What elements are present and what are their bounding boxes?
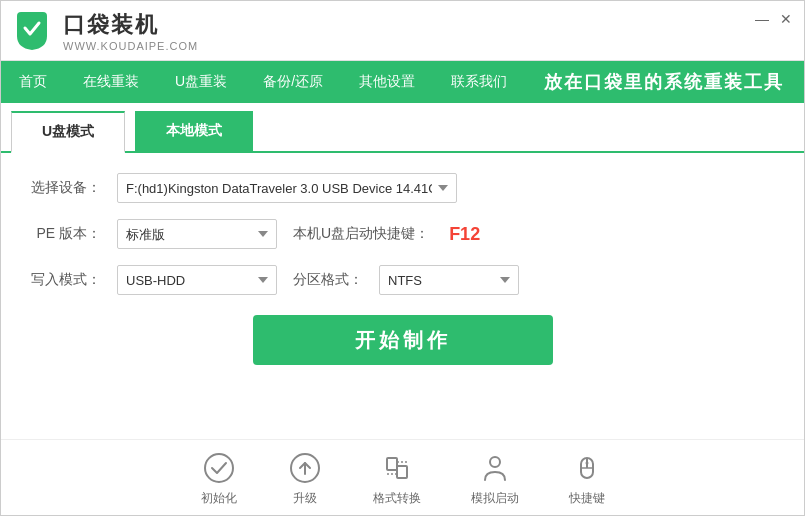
shortcut-key: F12 xyxy=(449,224,480,245)
start-btn-area: 开始制作 xyxy=(31,315,774,365)
svg-point-8 xyxy=(585,462,588,465)
tool-simulate[interactable]: 模拟启动 xyxy=(471,450,519,507)
nav-item-settings[interactable]: 其他设置 xyxy=(341,61,433,103)
nav-item-online[interactable]: 在线重装 xyxy=(65,61,157,103)
partition-label: 分区格式： xyxy=(293,271,363,289)
tool-upgrade[interactable]: 升级 xyxy=(287,450,323,507)
tool-format-label: 格式转换 xyxy=(373,490,421,507)
write-row: 写入模式： USB-HDD 分区格式： NTFS xyxy=(31,265,774,295)
tabs-area: U盘模式 本地模式 xyxy=(1,103,804,153)
close-button[interactable]: ✕ xyxy=(778,11,794,27)
svg-rect-2 xyxy=(387,458,397,470)
window-controls: — ✕ xyxy=(754,11,794,27)
nav-item-usb[interactable]: U盘重装 xyxy=(157,61,245,103)
nav-items: 首页 在线重装 U盘重装 备份/还原 其他设置 联系我们 xyxy=(1,61,525,103)
minimize-button[interactable]: — xyxy=(754,11,770,27)
partition-select[interactable]: NTFS xyxy=(379,265,519,295)
write-select[interactable]: USB-HDD xyxy=(117,265,277,295)
tool-initialize-label: 初始化 xyxy=(201,490,237,507)
person-icon xyxy=(477,450,513,486)
title-bar: 口袋装机 WWW.KOUDAIPE.COM — ✕ xyxy=(1,1,804,61)
app-title: 口袋装机 xyxy=(63,10,198,40)
nav-item-backup[interactable]: 备份/还原 xyxy=(245,61,341,103)
device-row: 选择设备： F:(hd1)Kingston DataTraveler 3.0 U… xyxy=(31,173,774,203)
bottom-icons: 初始化 升级 格式转换 模拟 xyxy=(1,439,804,515)
app-subtitle: WWW.KOUDAIPE.COM xyxy=(63,40,198,52)
check-circle-icon xyxy=(201,450,237,486)
tool-format[interactable]: 格式转换 xyxy=(373,450,421,507)
nav-item-home[interactable]: 首页 xyxy=(1,61,65,103)
shortcut-label: 本机U盘启动快捷键： xyxy=(293,225,429,243)
nav-bar: 首页 在线重装 U盘重装 备份/还原 其他设置 联系我们 放在口袋里的系统重装工… xyxy=(1,61,804,103)
logo-area: 口袋装机 WWW.KOUDAIPE.COM xyxy=(11,10,198,52)
svg-point-4 xyxy=(490,457,500,467)
main-window: 口袋装机 WWW.KOUDAIPE.COM — ✕ 首页 在线重装 U盘重装 备… xyxy=(0,0,805,516)
tab-local-mode[interactable]: 本地模式 xyxy=(135,111,253,153)
device-label: 选择设备： xyxy=(31,179,101,197)
tool-shortcut[interactable]: 快捷键 xyxy=(569,450,605,507)
tool-initialize[interactable]: 初始化 xyxy=(201,450,237,507)
content-area: 选择设备： F:(hd1)Kingston DataTraveler 3.0 U… xyxy=(1,153,804,435)
logo-icon xyxy=(11,10,53,52)
tool-upgrade-label: 升级 xyxy=(293,490,317,507)
start-button[interactable]: 开始制作 xyxy=(253,315,553,365)
svg-point-0 xyxy=(205,454,233,482)
format-icon xyxy=(379,450,415,486)
tool-simulate-label: 模拟启动 xyxy=(471,490,519,507)
nav-item-contact[interactable]: 联系我们 xyxy=(433,61,525,103)
logo-text-area: 口袋装机 WWW.KOUDAIPE.COM xyxy=(63,10,198,52)
device-select[interactable]: F:(hd1)Kingston DataTraveler 3.0 USB Dev… xyxy=(117,173,457,203)
pe-label: PE 版本： xyxy=(31,225,101,243)
pe-row: PE 版本： 标准版 本机U盘启动快捷键： F12 xyxy=(31,219,774,249)
mouse-icon xyxy=(569,450,605,486)
pe-select[interactable]: 标准版 xyxy=(117,219,277,249)
nav-slogan: 放在口袋里的系统重装工具 xyxy=(544,70,804,94)
tool-shortcut-label: 快捷键 xyxy=(569,490,605,507)
upload-circle-icon xyxy=(287,450,323,486)
write-label: 写入模式： xyxy=(31,271,101,289)
tab-usb-mode[interactable]: U盘模式 xyxy=(11,111,125,153)
svg-rect-3 xyxy=(397,466,407,478)
